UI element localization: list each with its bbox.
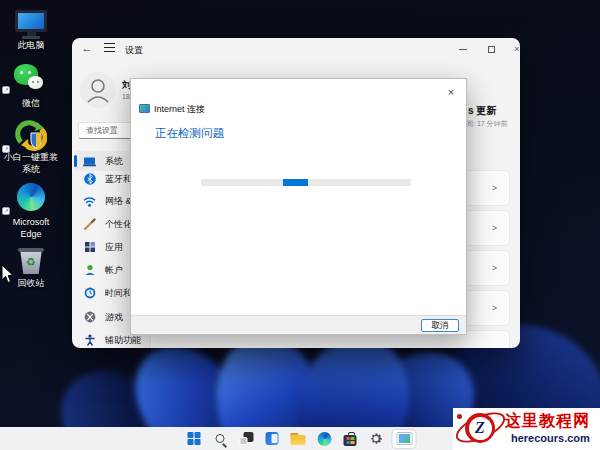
shortcut-arrow-icon: ↗ [2,145,10,153]
watermark-orbit-dot [457,414,462,419]
windows-logo-icon [188,432,201,445]
maximize-button[interactable] [480,42,502,57]
desktop-icon-xiaobai[interactable]: ↗ 小白一键重装 系统 [0,120,62,175]
this-pc-icon [0,10,62,39]
task-view-button[interactable] [236,429,257,448]
task-view-icon [239,432,253,445]
wechat-icon: ↗ [0,64,62,92]
folder-icon [291,433,306,445]
edge-icon: ↗ [0,183,62,213]
taskbar-search-button[interactable] [210,429,231,448]
active-troubleshooter-app-button[interactable] [392,429,417,449]
close-icon: × [514,45,519,54]
windows-update-time-fragment: 间: 17 分钟前 [466,119,508,129]
apps-icon [83,241,96,254]
chevron-right-icon: > [492,183,497,193]
chevron-right-icon: > [492,263,497,273]
hamburger-icon [104,43,115,52]
widgets-button[interactable] [262,429,283,448]
chevron-right-icon: > [492,223,497,233]
accessibility-icon [83,334,96,347]
desktop-icon-label: Microsoft [0,216,62,228]
settings-taskbar-button[interactable] [366,429,387,448]
troubleshooter-dialog: × Internet 连接 正在检测问题 取消 [130,78,467,335]
selected-accent-bar [74,155,77,167]
troubleshooter-app-icon [397,433,411,444]
cancel-button[interactable]: 取消 [421,319,459,332]
gear-icon [369,431,384,446]
file-explorer-button[interactable] [288,429,309,448]
store-icon [344,435,357,446]
dialog-title: Internet 连接 [154,103,205,116]
system-icon [83,155,96,168]
dialog-close-button[interactable]: × [442,84,460,100]
close-button[interactable]: × [506,42,520,57]
maximize-icon [488,46,495,53]
xbox-icon [83,311,96,324]
paintbrush-icon [83,218,96,231]
watermark-logo-letter: Z [469,417,492,440]
chevron-right-icon: > [492,303,497,313]
watermark-site-name: 这里教程网 [505,411,590,432]
menu-button[interactable] [98,40,120,55]
desktop-icon-edge[interactable]: ↗ Microsoft Edge [0,183,62,240]
mouse-cursor [1,265,14,288]
account-icon [83,264,96,277]
clock-icon [83,287,96,300]
edge-icon [317,432,331,446]
desktop-icon-this-pc[interactable]: 此电脑 [0,10,62,51]
dialog-status-text: 正在检测问题 [155,126,224,141]
shortcut-arrow-icon: ↗ [2,86,10,94]
edge-taskbar-button[interactable] [314,429,335,448]
desktop-icon-wechat[interactable]: ↗ 微信 [0,64,62,110]
minimize-button[interactable] [452,42,474,57]
search-icon [216,434,225,443]
back-button[interactable]: ← [76,40,98,55]
microsoft-store-button[interactable] [340,429,361,448]
user-avatar [80,72,116,108]
desktop-icon-label: 系统 [0,163,62,175]
close-icon: × [448,86,454,98]
minimize-icon [459,49,467,50]
person-icon [80,72,116,108]
desktop-icon-label: Edge [0,228,62,240]
window-title: 设置 [125,44,143,57]
site-watermark: Z 这里教程网 herecours.com [453,408,600,450]
shortcut-arrow-icon: ↗ [2,207,10,215]
windows-update-title-fragment: s 更新 [468,104,496,118]
wifi-icon [83,195,96,208]
desktop-icon-label: 此电脑 [0,39,62,51]
widgets-icon [266,432,279,445]
desktop-icon-label: 小白一键重装 [0,151,62,163]
desktop-icon-label: 微信 [0,97,62,109]
dialog-footer: 取消 [131,315,466,334]
progress-bar-fill [283,179,308,186]
start-button[interactable] [184,429,205,448]
bluetooth-icon [83,173,96,186]
xiaobai-reinstall-icon: ↗ [0,120,62,151]
progress-bar [201,179,411,186]
desktop: 此电脑 ↗ 微信 ↗ 小白一键重装 系统 ↗ Microsoft [0,0,600,450]
watermark-domain: herecours.com [511,432,590,444]
network-troubleshooter-icon [139,104,150,113]
